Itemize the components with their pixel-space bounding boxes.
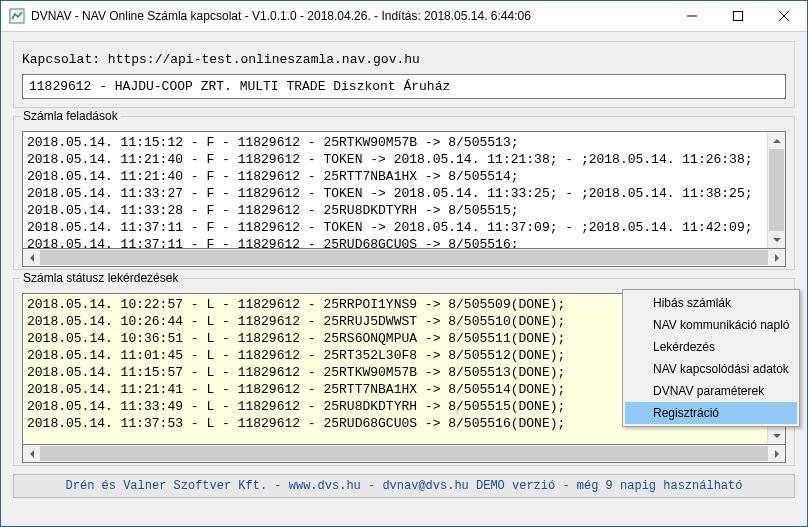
- menu-item[interactable]: DVNAV paraméterek: [625, 380, 797, 402]
- menu-item[interactable]: Hibás számlák: [625, 292, 797, 314]
- content-area: Kapcsolat: https://api-test.onlineszamla…: [1, 31, 807, 526]
- status-hscrollbar[interactable]: [22, 445, 786, 463]
- maximize-button[interactable]: [715, 1, 761, 31]
- upload-log-group: Számla feladások 2018.05.14. 11:15:12 - …: [13, 116, 795, 270]
- scroll-right-icon[interactable]: [768, 445, 785, 462]
- upload-hscrollbar[interactable]: [22, 249, 786, 267]
- close-button[interactable]: [761, 1, 807, 31]
- scroll-right-icon[interactable]: [768, 249, 785, 266]
- scroll-thumb[interactable]: [40, 446, 768, 461]
- app-icon: [9, 8, 25, 24]
- menu-item[interactable]: NAV kapcsolódási adatok: [625, 358, 797, 380]
- upload-log-box[interactable]: 2018.05.14. 11:15:12 - F - 11829612 - 25…: [22, 131, 786, 249]
- scroll-left-icon[interactable]: [23, 249, 40, 266]
- company-box: 11829612 - HAJDU-COOP ZRT. MULTI TRADE D…: [22, 74, 786, 99]
- titlebar: DVNAV - NAV Online Számla kapcsolat - V1…: [1, 1, 807, 32]
- scroll-thumb[interactable]: [40, 250, 768, 265]
- scroll-thumb[interactable]: [769, 149, 784, 239]
- connection-group: Kapcsolat: https://api-test.onlineszamla…: [13, 41, 795, 108]
- svg-rect-1: [734, 12, 743, 21]
- status-log-caption: Számla státusz lekérdezések: [20, 271, 181, 285]
- window-title: DVNAV - NAV Online Számla kapcsolat - V1…: [31, 9, 669, 23]
- upload-log-caption: Számla feladások: [20, 109, 121, 123]
- scroll-up-icon[interactable]: [768, 132, 785, 149]
- company-text: 11829612 - HAJDU-COOP ZRT. MULTI TRADE D…: [29, 79, 450, 94]
- scroll-down-icon[interactable]: [768, 231, 785, 248]
- menu-item[interactable]: Regisztráció: [625, 402, 797, 424]
- upload-vscrollbar[interactable]: [767, 132, 785, 248]
- menu-item[interactable]: Lekérdezés: [625, 336, 797, 358]
- scroll-left-icon[interactable]: [23, 445, 40, 462]
- footer-bar: Drén és Valner Szoftver Kft. - www.dvs.h…: [13, 474, 795, 498]
- app-window: DVNAV - NAV Online Számla kapcsolat - V1…: [0, 0, 808, 527]
- footer-text: Drén és Valner Szoftver Kft. - www.dvs.h…: [66, 479, 743, 493]
- minimize-button[interactable]: [669, 1, 715, 31]
- upload-log-lines: 2018.05.14. 11:15:12 - F - 11829612 - 25…: [23, 132, 785, 249]
- scroll-down-icon[interactable]: [768, 427, 785, 444]
- connection-label: Kapcsolat: https://api-test.onlineszamla…: [22, 52, 420, 67]
- menu-item[interactable]: NAV kommunikáció napló: [625, 314, 797, 336]
- context-menu: Hibás számlákNAV kommunikáció naplóLekér…: [622, 289, 800, 427]
